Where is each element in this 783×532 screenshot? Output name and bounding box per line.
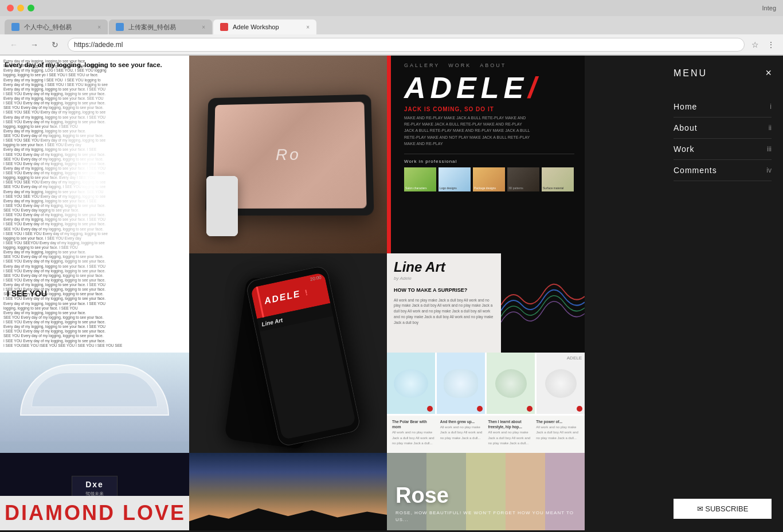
adele-body-text: MAKE AND RE-PLAY MAKE JACK A BULL RETE-P…	[404, 115, 530, 147]
polar-img-1	[387, 353, 437, 414]
menu-title: MENU	[674, 68, 707, 79]
maximize-button[interactable]	[28, 5, 34, 11]
polar-bears-cell: ADELE The Polar Bear with mom All work a…	[387, 353, 585, 453]
menu-item-about-num: ii	[769, 124, 772, 132]
adele-work-label: Work in professional	[404, 159, 574, 164]
menu-item-work-label: Work	[674, 144, 694, 154]
polar-img-3	[487, 353, 537, 414]
rose-content: Rose ROSE, HOW BEAUTIFUL! WE WON'T FORGE…	[387, 453, 585, 530]
menu-item-work-num: iii	[767, 145, 772, 153]
browser-window: Integ 个人中心_特创易 × 上传案例_特创易 × Adele Worksh…	[0, 0, 783, 56]
diamond-love-text: DIAMOND LOVE	[5, 501, 186, 525]
adele-logo-large: ADELE/	[404, 73, 574, 103]
tabs-bar: 个人中心_特创易 × 上传案例_特创易 × Adele Workshop ×	[0, 16, 783, 34]
polar-bear-1-img	[394, 369, 428, 398]
adele-thumb-5: Surface material	[542, 167, 574, 191]
polar-cap-4-body: All work and no play make Jack a dull bo…	[536, 425, 578, 440]
polar-cap-3-body: All work and no play make Jack a dull bo…	[488, 431, 531, 445]
reload-button[interactable]: ↻	[47, 37, 63, 53]
menu-item-home-label: Home	[674, 102, 697, 111]
phone-mockup-content: ADELE ! Line Art 20:00	[189, 253, 387, 453]
polar-cap-4-title: The power of...	[536, 420, 562, 424]
adele-thumb-1: Salon characters	[404, 167, 436, 191]
subscribe-button[interactable]: ✉ SUBSCRIBE	[674, 499, 772, 519]
menu-header: MENU ×	[674, 67, 772, 79]
polar-bear-3-img	[495, 369, 527, 398]
adele-slash: /	[528, 73, 541, 103]
line-art-visual	[501, 253, 585, 353]
adele-site-inner: GALLERY WORK ABOUT ADELE/ JACK IS COMING…	[397, 62, 574, 191]
menu-item-home-num: i	[770, 103, 772, 111]
adele-thumb-row: Salon characters Logo designs Packag	[404, 167, 574, 191]
thumb-label-5: Surface material	[543, 186, 563, 190]
phone-adele-logo: ADELE	[263, 288, 302, 306]
adele-thumb-4: 3D patterns	[507, 167, 539, 191]
menu-close-button[interactable]: ×	[765, 67, 772, 79]
minimize-button[interactable]	[17, 5, 24, 11]
billboard-brand: Dxe	[79, 480, 110, 489]
tab-3-title: Adele Workshop	[233, 24, 302, 30]
rose-title: Rose	[396, 483, 576, 508]
browser-toolbar: ← → ↻ https://adede.ml ☆ ⋮	[0, 34, 783, 55]
adele-thumb-3: Package designs	[473, 167, 505, 191]
adele-watermark: ADELE	[567, 355, 582, 361]
rose-cell: Rose ROSE, HOW BEAUTIFUL! WE WON'T FORGE…	[387, 453, 585, 530]
polar-bear-2-img	[444, 369, 478, 398]
menu-item-work[interactable]: Work iii	[674, 139, 772, 160]
tab-1[interactable]: 个人中心_特创易 ×	[5, 19, 108, 34]
rose-subtitle: ROSE, HOW BEAUTIFUL! WE WON'T FORGET HOW…	[396, 510, 576, 523]
polar-dot-2	[477, 406, 483, 412]
adele-thumb-2: Logo designs	[439, 167, 471, 191]
polar-cap-4: The power of... All work and no play mak…	[534, 419, 582, 445]
tablet-content: Ro	[189, 56, 387, 253]
line-art-body-text: All work and no play make Jack a dull bo…	[394, 298, 494, 326]
nav-about: ABOUT	[480, 62, 506, 68]
tab-3[interactable]: Adele Workshop ×	[213, 19, 316, 34]
polar-cap-2-title: And then grew up...	[440, 420, 475, 424]
window-controls	[7, 5, 34, 11]
tab-3-favicon	[220, 23, 228, 31]
adele-jack-text: JACK IS COMING, SO DO IT	[404, 106, 574, 112]
polar-cap-1-body: All work and no play make Jack a dull bo…	[392, 431, 434, 445]
thumb-label-1: Salon characters	[405, 186, 427, 190]
polar-bear-4-img	[545, 369, 577, 398]
tab-3-close[interactable]: ×	[306, 24, 310, 30]
tab-1-favicon	[11, 23, 19, 31]
tab-1-title: 个人中心_特创易	[24, 23, 93, 32]
line-art-text-side: Line Art by Adele HOW TO MAKE A SURPRISE…	[387, 253, 501, 353]
polar-dot-4	[577, 406, 582, 412]
menu-item-comments[interactable]: Comments iv	[674, 160, 772, 181]
car-billboard-cell: Dxe 驾领未来 400-XXX-XXXXX DIAMOND LOVE	[0, 453, 189, 530]
polar-dot-1	[427, 406, 433, 412]
polar-cap-1: The Polar Bear with mom All work and no …	[390, 419, 438, 445]
stadium-cell	[0, 353, 189, 453]
forward-button[interactable]: →	[26, 37, 42, 53]
tab-2[interactable]: 上传案例_特创易 ×	[109, 19, 212, 34]
close-button[interactable]	[7, 5, 14, 11]
menu-panel: MENU × Home i About ii Work iii Comments…	[662, 56, 783, 530]
tab-2-close[interactable]: ×	[202, 24, 205, 30]
thumb-label-2: Logo designs	[440, 186, 457, 190]
menu-item-about[interactable]: About ii	[674, 118, 772, 139]
polar-cap-3: Then I learnt about freestyle, hip hop..…	[486, 419, 534, 445]
thumb-label-4: 3D patterns	[508, 186, 523, 190]
polar-content: ADELE The Polar Bear with mom All work a…	[387, 353, 585, 453]
title-bar-text: Integ	[39, 5, 776, 11]
address-bar[interactable]: https://adede.ml	[68, 38, 745, 52]
back-button[interactable]: ←	[6, 37, 22, 53]
sky-content	[189, 453, 387, 530]
menu-item-comments-label: Comments	[674, 166, 717, 175]
line-art-content: Line Art by Adele HOW TO MAKE A SURPRISE…	[387, 253, 585, 353]
menu-item-home[interactable]: Home i	[674, 96, 772, 118]
adele-website-cell: GALLERY WORK ABOUT ADELE/ JACK IS COMING…	[387, 56, 585, 253]
nav-work: WORK	[448, 62, 471, 68]
polar-cap-1-title: The Polar Bear with mom	[392, 420, 427, 429]
bookmark-icon[interactable]: ☆	[749, 38, 761, 52]
tab-1-close[interactable]: ×	[97, 24, 101, 30]
more-icon[interactable]: ⋮	[765, 38, 777, 52]
adele-work-section: Work in professional Salon characters Lo…	[404, 154, 574, 191]
menu-items: Home i About ii Work iii Comments iv	[674, 96, 772, 499]
tablet-screen-text: Ro	[276, 145, 301, 163]
phone-mockup-cell: ADELE ! Line Art 20:00	[189, 253, 387, 453]
how-to-make-text: HOW TO MAKE A SURPRISE?	[394, 287, 494, 294]
